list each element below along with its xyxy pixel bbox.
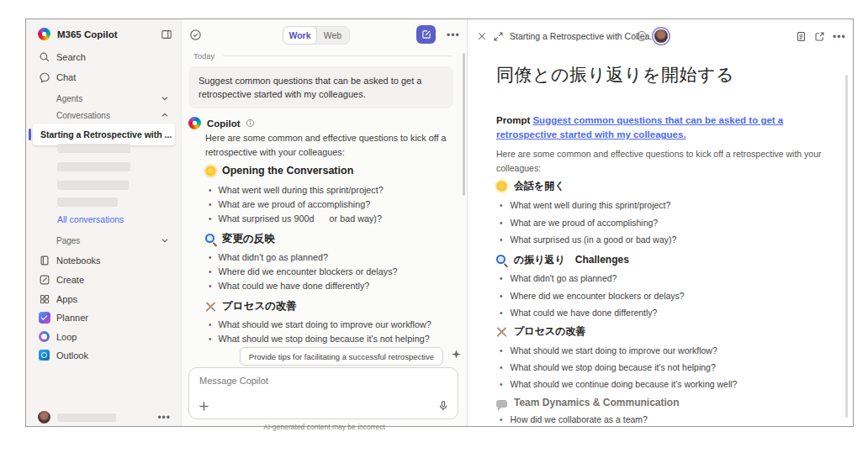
chat-bubble-icon — [39, 71, 50, 83]
account-name-skeleton — [57, 413, 116, 422]
heading-text: Opening the Conversation — [222, 165, 353, 176]
status-ring-icon[interactable] — [637, 31, 647, 41]
heading-text: の振り返り Challenges — [514, 253, 629, 267]
app-title: M365 Copilot — [57, 29, 118, 39]
search-icon — [39, 51, 50, 63]
bullet-item: What should we start doing to improve ou… — [209, 319, 431, 329]
group-label: Conversations — [56, 111, 110, 120]
heading-text: Team Dynamics & Communication — [514, 397, 680, 408]
sidebar-item-apps[interactable]: Apps — [39, 293, 77, 305]
bullet-item: What surprised us 900d or bad way)? — [209, 213, 382, 224]
info-icon[interactable] — [246, 118, 255, 128]
prompt-label: Prompt — [496, 115, 530, 125]
tools-icon — [496, 326, 507, 337]
sidebar-item-search[interactable]: Search — [39, 51, 86, 63]
tab-web[interactable]: Web — [316, 27, 349, 44]
bullet-item: Where did we encounter blockers or delay… — [209, 266, 398, 276]
heading-text: プロセスの改善 — [514, 324, 585, 339]
suggestion-chip[interactable]: Provide tips for facilitating a successf… — [240, 347, 443, 366]
new-chat-button[interactable] — [416, 25, 436, 44]
doc-bullet: What surprised us (in a good or bad way)… — [500, 234, 676, 245]
sidebar-item-planner[interactable]: Planner — [39, 312, 88, 324]
all-conversations-link[interactable]: All conversations — [57, 214, 124, 224]
apps-grid-icon — [39, 293, 50, 305]
account-row[interactable]: ••• — [38, 411, 171, 424]
chat-panel: Work Web ••• Today Suggest common questi… — [182, 19, 468, 426]
sidebar-item-notebooks[interactable]: Notebooks — [39, 255, 101, 266]
sidebar-conversation-active[interactable]: Starting a Retrospective with ... — [33, 124, 175, 145]
page-scrollbar[interactable] — [845, 75, 848, 418]
doc-section-heading: Team Dynamics & Communication — [496, 397, 680, 408]
bullet-item: What are we proud of accomplishing? — [209, 199, 370, 209]
doc-bullet: What should we continue doing because it… — [500, 379, 737, 389]
close-icon[interactable] — [477, 31, 487, 41]
page-panel: Starting a Retrospective with Collea... … — [468, 19, 853, 426]
doc-bullet: Where did we encounter blockers or delay… — [500, 291, 685, 301]
page-tab-title: Starting a Retrospective with Collea... — [510, 31, 657, 41]
loop-icon — [39, 331, 50, 342]
more-icon[interactable]: ••• — [157, 415, 171, 420]
doc-bullet: What should we stop doing because it's n… — [500, 362, 716, 372]
tools-icon — [205, 301, 216, 312]
share-icon[interactable] — [814, 31, 825, 42]
sidebar-item-outlook[interactable]: Outlook — [39, 350, 88, 361]
sidebar-item-label: Planner — [56, 313, 88, 323]
user-message: Suggest common questions that can be ask… — [188, 66, 453, 108]
speech-balloon-icon — [496, 400, 507, 408]
sidebar-item-create[interactable]: Create — [39, 274, 84, 286]
heading-text: プロセスの改善 — [222, 299, 297, 313]
chevron-down-icon — [159, 234, 171, 246]
sidebar-item-loop[interactable]: Loop — [39, 331, 77, 342]
doc-intro: Here are some common and effective quest… — [496, 147, 833, 175]
tab-work[interactable]: Work — [283, 26, 317, 45]
create-icon — [39, 274, 50, 286]
message-input-box — [188, 367, 458, 419]
sidebar-item-chat[interactable]: Chat — [39, 71, 76, 83]
copilot-logo-icon — [38, 28, 50, 40]
sidebar: M365 Copilot Search Chat Agents Conversa… — [26, 19, 182, 426]
sidebar-group-pages[interactable]: Pages — [56, 234, 171, 246]
expand-icon[interactable] — [493, 31, 504, 42]
prompt-link[interactable]: Suggest common questions that can be ask… — [496, 115, 783, 140]
page-header: Starting a Retrospective with Collea... … — [468, 19, 853, 56]
message-input[interactable] — [198, 375, 449, 387]
assistant-name: Copilot — [207, 118, 241, 129]
document-icon[interactable] — [796, 31, 807, 42]
sparkle-icon[interactable] — [451, 349, 462, 360]
panel-toggle-icon[interactable] — [161, 29, 172, 40]
outlook-icon — [39, 350, 50, 361]
conversation-skeleton — [57, 144, 130, 153]
presence-avatar[interactable] — [654, 29, 668, 43]
doc-section-heading: 会話を開く — [496, 179, 565, 193]
work-web-toggle: Work Web — [283, 26, 350, 45]
microphone-icon[interactable] — [437, 400, 449, 412]
page-more-icon[interactable]: ••• — [833, 34, 846, 39]
chevron-up-icon — [159, 109, 171, 121]
link-label: All conversations — [57, 214, 124, 224]
sidebar-item-label: Notebooks — [56, 255, 101, 266]
plus-icon[interactable] — [198, 400, 210, 413]
conversation-skeleton — [57, 181, 129, 190]
doc-section-heading: の振り返り Challenges — [496, 253, 629, 267]
sidebar-item-label: Search — [56, 52, 86, 62]
doc-bullet: What could we have done differently? — [500, 308, 657, 318]
brand-row: M365 Copilot — [38, 28, 172, 40]
sidebar-group-agents[interactable]: Agents — [56, 92, 171, 104]
bullet-item: What didn't go as planned? — [209, 252, 328, 262]
sun-icon — [497, 182, 506, 191]
heading-text: 会話を開く — [514, 179, 565, 193]
app-window: M365 Copilot Search Chat Agents Conversa… — [25, 18, 854, 427]
chat-more-icon[interactable]: ••• — [447, 33, 460, 38]
doc-bullet: What are we proud of accomplishing? — [500, 218, 658, 228]
sidebar-group-conversations[interactable]: Conversations — [56, 109, 171, 121]
conversation-skeleton — [57, 197, 118, 207]
sidebar-item-label: Apps — [56, 294, 77, 304]
doc-bullet: How did we collaborate as a team? — [500, 414, 648, 424]
group-label: Pages — [56, 236, 80, 245]
magnifier-icon — [205, 234, 216, 245]
chat-scrollbar[interactable] — [463, 53, 465, 196]
chevron-down-icon — [159, 92, 171, 104]
section-heading: 変更の反映 — [205, 232, 275, 246]
date-label: Today — [193, 51, 214, 61]
copilot-logo-icon — [188, 117, 201, 129]
